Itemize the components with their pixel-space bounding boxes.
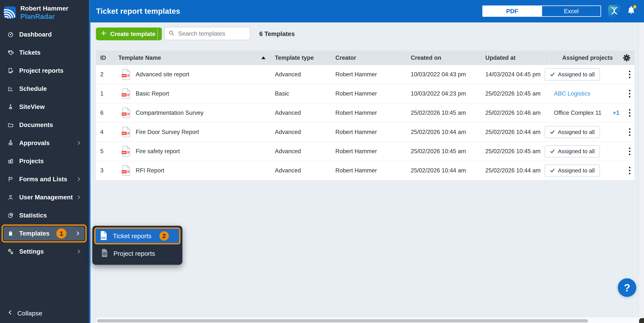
sidebar-item-siteview[interactable]: SiteView: [0, 98, 89, 116]
column-header-creator[interactable]: Creator: [331, 50, 406, 65]
sidebar-item-settings[interactable]: Settings: [0, 242, 89, 260]
help-button[interactable]: ?: [618, 278, 636, 297]
table-row: 1 PDF Basic Report Basic Robert Hammer 1…: [96, 84, 634, 104]
sidebar-item-user-management[interactable]: User Management: [0, 188, 89, 206]
sidebar-item-approvals[interactable]: Approvals: [0, 134, 89, 152]
cell-creator: Robert Hammer: [331, 84, 406, 103]
assigned-project-link[interactable]: ABC Logistics: [554, 90, 590, 97]
sidebar-item-documents[interactable]: Documents: [0, 116, 89, 134]
chevron-right-icon: [77, 140, 81, 146]
clipboard-icon: [7, 230, 14, 237]
cell-template-name[interactable]: PDF Fire safety report: [114, 142, 271, 161]
vertical-scrollbar-gutter: [638, 22, 644, 317]
column-header-assigned-projects[interactable]: Assigned projects: [546, 50, 634, 65]
cell-creator: Robert Hammer: [331, 104, 406, 122]
pie-chart-icon: [7, 212, 14, 219]
row-menu-kebab-icon[interactable]: [628, 127, 632, 137]
table-header-row: ID Template Name Template type Creator C…: [96, 50, 634, 65]
cell-template-name[interactable]: PDF Fire Door Survey Report: [114, 123, 271, 142]
templates-flyout-menu: PDF Ticket reports 2 Project reports: [92, 226, 182, 265]
cell-assigned-projects: Assigned to all: [546, 161, 634, 180]
assigned-to-all-button[interactable]: Assigned to all: [545, 68, 600, 80]
overlay-widget-corner: [639, 318, 644, 323]
dashboard-icon: [7, 31, 14, 38]
sidebar-item-label: SiteView: [19, 103, 45, 110]
column-header-created-on[interactable]: Created on: [406, 50, 481, 65]
cell-template-name[interactable]: PDF Basic Report: [114, 84, 271, 103]
column-header-template-name[interactable]: Template Name: [114, 50, 271, 65]
cell-template-name[interactable]: PDF RFI Report: [114, 161, 271, 180]
cell-assigned-projects: Assigned to all: [546, 65, 634, 84]
row-menu-kebab-icon[interactable]: [628, 146, 632, 156]
sidebar: Robert Hammer PlanRadar Dashboard: [0, 0, 89, 323]
sidebar-item-statistics[interactable]: Statistics: [0, 206, 89, 224]
search-input[interactable]: [178, 30, 242, 37]
account-switcher[interactable]: Robert Hammer PlanRadar: [4, 4, 68, 21]
siteview-icon: [7, 104, 14, 110]
row-menu-kebab-icon[interactable]: [628, 89, 632, 98]
flyout-item-label: Ticket reports: [113, 232, 152, 240]
projects-icon: [7, 158, 14, 164]
toggle-pdf-button[interactable]: PDF: [483, 6, 542, 16]
assigned-to-all-button[interactable]: Assigned to all: [545, 164, 600, 176]
column-header-id[interactable]: ID: [96, 50, 114, 65]
table-row: 6 PDF Compartmentation Survey Advanced R…: [96, 104, 634, 123]
butterfly-icon: [609, 6, 619, 16]
row-menu-kebab-icon[interactable]: [628, 108, 632, 118]
flyout-item-project-reports[interactable]: Project reports: [94, 244, 180, 262]
flyout-item-ticket-reports[interactable]: PDF Ticket reports 2: [96, 229, 179, 243]
toggle-excel-button[interactable]: Excel: [542, 6, 601, 16]
sidebar-item-projects[interactable]: Projects: [0, 152, 89, 170]
sidebar-item-templates[interactable]: Templates 1: [2, 224, 87, 242]
svg-text:PDF: PDF: [122, 132, 126, 134]
cell-template-type: Advanced: [271, 123, 331, 142]
sidebar-item-label: Dashboard: [19, 31, 52, 38]
column-header-updated-at[interactable]: Updated at: [481, 50, 546, 65]
cell-id: 4: [96, 123, 114, 142]
whats-new-button[interactable]: [608, 5, 620, 17]
sidebar-collapse-button[interactable]: Collapse: [0, 304, 42, 323]
report-format-toggle: PDF Excel: [482, 6, 601, 17]
notifications-button[interactable]: [626, 4, 638, 17]
cell-assigned-projects: ABC Logistics: [546, 84, 634, 103]
assigned-to-all-button[interactable]: Assigned to all: [545, 126, 600, 138]
cell-template-name[interactable]: PDF Compartmentation Survey: [114, 104, 271, 122]
create-template-button[interactable]: Create template: [96, 28, 162, 40]
assigned-to-all-button[interactable]: Assigned to all: [545, 145, 600, 157]
sidebar-item-label: Approvals: [19, 140, 50, 146]
row-menu-kebab-icon[interactable]: [628, 166, 632, 176]
toolbar-divider: [157, 28, 158, 40]
sidebar-accent-strip: [89, 0, 90, 323]
cell-id: 3: [96, 161, 114, 180]
account-app-name: PlanRadar: [20, 12, 68, 21]
row-menu-kebab-icon[interactable]: [628, 70, 632, 79]
cell-template-type: Basic: [271, 84, 331, 103]
check-icon: [550, 168, 555, 173]
project-reports-icon: [7, 67, 14, 74]
cell-updated-at: 25/02/2026 10:45 am: [481, 142, 546, 161]
main-content: Create template 6 Templates ID Template …: [90, 22, 644, 323]
column-header-template-type[interactable]: Template type: [271, 50, 331, 65]
horizontal-scrollbar-thumb[interactable]: [97, 319, 588, 322]
sidebar-item-tickets[interactable]: Tickets: [0, 44, 89, 62]
sidebar-item-schedule[interactable]: Schedule: [0, 80, 89, 98]
column-settings-gear-icon[interactable]: [622, 54, 631, 62]
cell-creator: Robert Hammer: [331, 65, 406, 84]
sidebar-item-forms-and-lists[interactable]: Forms and Lists: [0, 170, 89, 188]
user-icon: [7, 194, 14, 201]
table-row: 4 PDF Fire Door Survey Report Advanced R…: [96, 123, 634, 142]
account-user-name: Robert Hammer: [20, 4, 68, 12]
assigned-more-link[interactable]: +1: [613, 110, 619, 116]
cell-created-on: 10/03/2022 04:23 pm: [406, 84, 481, 103]
pdf-file-icon: PDF: [100, 231, 108, 241]
sidebar-item-project-reports[interactable]: Project reports: [0, 62, 89, 80]
cell-template-name[interactable]: PDF Advanced site report: [114, 65, 271, 84]
schedule-icon: [7, 85, 14, 92]
check-icon: [550, 149, 555, 154]
step-badge-1: 1: [56, 228, 66, 238]
svg-text:PDF: PDF: [122, 113, 126, 115]
sidebar-item-dashboard[interactable]: Dashboard: [0, 26, 89, 44]
search-icon: [168, 30, 175, 37]
cell-assigned-projects: Assigned to all: [546, 123, 634, 142]
documents-icon: [7, 122, 14, 128]
